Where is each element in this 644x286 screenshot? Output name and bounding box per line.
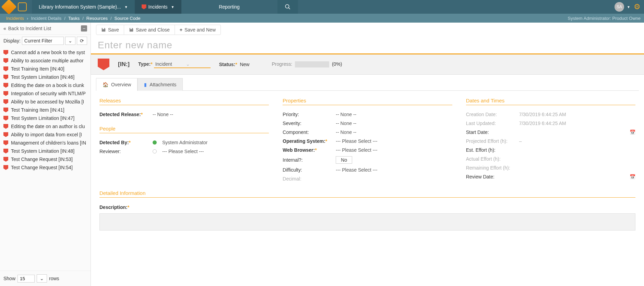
incident-item-label: Management of children's loans [IN <box>11 140 86 146</box>
crumb-source[interactable]: Source Code <box>115 16 141 21</box>
svg-line-1 <box>288 8 290 9</box>
incident-item-label: Ability to import data from excel [I <box>11 132 82 137</box>
section-properties-title: Properties <box>283 98 452 105</box>
chevrons-left-icon: « <box>3 26 6 31</box>
nav-incidents[interactable]: Incidents ▼ <box>135 0 181 14</box>
plus-icon: + <box>180 27 182 33</box>
difficulty-select[interactable]: --- Please Select --- <box>336 167 377 173</box>
search-button[interactable] <box>277 0 298 14</box>
filter-select[interactable]: Current Filter <box>22 37 64 45</box>
document-icon: ▮ <box>144 82 147 87</box>
incident-item[interactable]: Ability to associate multiple author <box>0 57 91 65</box>
save-close-label: Save and Close <box>136 27 170 33</box>
caret-down-icon: ▼ <box>124 5 128 9</box>
settings-gear-icon[interactable]: ⚙ <box>634 2 641 11</box>
detected-release-select[interactable]: -- None -- <box>153 112 173 117</box>
role-label: System Administrator: Product Owne <box>568 16 641 21</box>
rows-label: rows <box>49 276 59 281</box>
crumb-incidents[interactable]: Incidents <box>6 16 24 21</box>
detected-by-label: Detected By:* <box>99 140 149 145</box>
reviewer-label: Reviewer: <box>99 149 149 154</box>
nav-reporting[interactable]: Reporting <box>181 0 277 14</box>
incident-item-label: Test Change Request [IN:53] <box>11 157 73 162</box>
shield-icon <box>3 108 8 112</box>
calendar-icon[interactable]: 📅 <box>630 129 635 135</box>
incident-item[interactable]: Test Change Request [IN:54] <box>0 163 91 172</box>
crumb-resources[interactable]: Resources <box>86 16 108 21</box>
decimal-label: Decimal: <box>283 176 332 182</box>
save-close-button[interactable]: Save and Close <box>124 25 175 35</box>
incident-item-label: Test Training Item [IN:41] <box>11 107 64 113</box>
save-new-label: Save and New <box>184 27 216 33</box>
logo-hex-icon[interactable] <box>18 2 27 11</box>
shield-icon <box>3 58 8 63</box>
avatar-initials: SA <box>617 4 622 9</box>
internal-toggle[interactable]: No <box>336 156 352 164</box>
type-label: Type: <box>138 61 151 67</box>
progress-bar <box>295 61 329 67</box>
save-new-button[interactable]: + Save and New <box>175 25 221 35</box>
review-date-label: Review Date: <box>466 174 516 179</box>
incident-item[interactable]: Ability to import data from excel [I <box>0 130 91 139</box>
home-icon: 🏠 <box>103 82 108 87</box>
incident-item[interactable]: Test Training Item [IN:41] <box>0 106 91 114</box>
incident-item[interactable]: Test System Limitation [IN:46] <box>0 73 91 81</box>
description-textarea[interactable] <box>99 213 635 231</box>
show-label: Show <box>3 276 15 281</box>
shield-icon <box>3 99 8 104</box>
incident-item[interactable]: Test Change Request [IN:53] <box>0 155 91 163</box>
toolbar: Save Save and Close + Save and New <box>91 23 644 37</box>
tab-overview[interactable]: 🏠 Overview <box>96 78 138 91</box>
creation-date-value: 7/30/2019 6:44:25 AM <box>519 112 566 117</box>
collapse-sidebar-button[interactable]: − <box>81 25 87 32</box>
severity-select[interactable]: -- None -- <box>336 121 356 126</box>
refresh-button[interactable]: ⟳ <box>77 37 87 45</box>
incident-item[interactable]: Test System Limitation [IN:47] <box>0 114 91 122</box>
section-dates-title: Dates and Times <box>466 98 635 105</box>
detected-release-label: Detected Release:* <box>99 112 149 117</box>
product-dropdown[interactable]: Library Information System (Sample)... ▼ <box>32 0 135 14</box>
incident-item[interactable]: Cannot add a new book to the syst <box>0 48 91 57</box>
incident-item[interactable]: Integration of security with NTLM/P <box>0 89 91 98</box>
reviewer-select[interactable]: --- Please Select --- <box>162 149 204 154</box>
incident-item[interactable]: Editing the date on a book is clunk <box>0 81 91 89</box>
caret-down-icon: ▼ <box>171 5 175 9</box>
save-button[interactable]: Save <box>96 25 124 35</box>
shield-icon <box>3 50 8 55</box>
incident-item[interactable]: Test Training Item [IN:40] <box>0 65 91 73</box>
back-to-list-link[interactable]: Back to Incident List <box>8 26 51 31</box>
type-select[interactable]: Incident ⌄ <box>154 61 211 68</box>
calendar-icon[interactable]: 📅 <box>630 174 635 179</box>
crumb-details[interactable]: Incident Details <box>31 16 61 21</box>
breadcrumb: Incidents › Incident Details / Tasks / R… <box>0 14 644 23</box>
progress-label: Progress: <box>272 61 292 67</box>
crumb-tasks[interactable]: Tasks <box>68 16 80 21</box>
sidebar: « Back to Incident List − Display: Curre… <box>0 23 91 286</box>
incident-item-label: Test Training Item [IN:40] <box>11 66 64 72</box>
rows-count-input[interactable] <box>17 275 35 283</box>
priority-label: Priority: <box>283 112 332 117</box>
chevron-down-icon: ⌄ <box>186 61 190 67</box>
priority-select[interactable]: -- None -- <box>336 112 356 117</box>
incident-item[interactable]: Ability to be accessed by Mozilla [I <box>0 98 91 106</box>
logo-cube-icon[interactable] <box>1 0 16 15</box>
shield-icon <box>98 59 109 70</box>
incident-item[interactable]: Editing the date on an author is clu <box>0 122 91 130</box>
tab-attachments[interactable]: ▮ Attachments <box>138 78 183 91</box>
tabs: 🏠 Overview ▮ Attachments <box>91 78 644 91</box>
status-dot-icon <box>153 149 157 153</box>
filter-caret-button[interactable]: ⌄ <box>65 37 75 45</box>
component-select[interactable]: -- None -- <box>336 129 356 135</box>
browser-select[interactable]: --- Please Select --- <box>336 147 377 153</box>
rows-caret-button[interactable]: ⌄ <box>37 274 47 283</box>
main-content: Save Save and Close + Save and New Enter… <box>91 23 644 286</box>
detected-by-value[interactable]: System Administrator <box>162 140 207 145</box>
est-effort-label: Est. Effort (h): <box>466 147 516 153</box>
os-label: Operating System:* <box>283 138 332 144</box>
incident-item-label: Test System Limitation [IN:47] <box>11 115 74 121</box>
name-input[interactable]: Enter new name <box>91 37 644 53</box>
incident-item[interactable]: Test System Limitation [IN:48] <box>0 147 91 155</box>
user-avatar[interactable]: SA <box>615 2 624 12</box>
os-select[interactable]: --- Please Select --- <box>336 138 377 144</box>
incident-item[interactable]: Management of children's loans [IN <box>0 139 91 147</box>
